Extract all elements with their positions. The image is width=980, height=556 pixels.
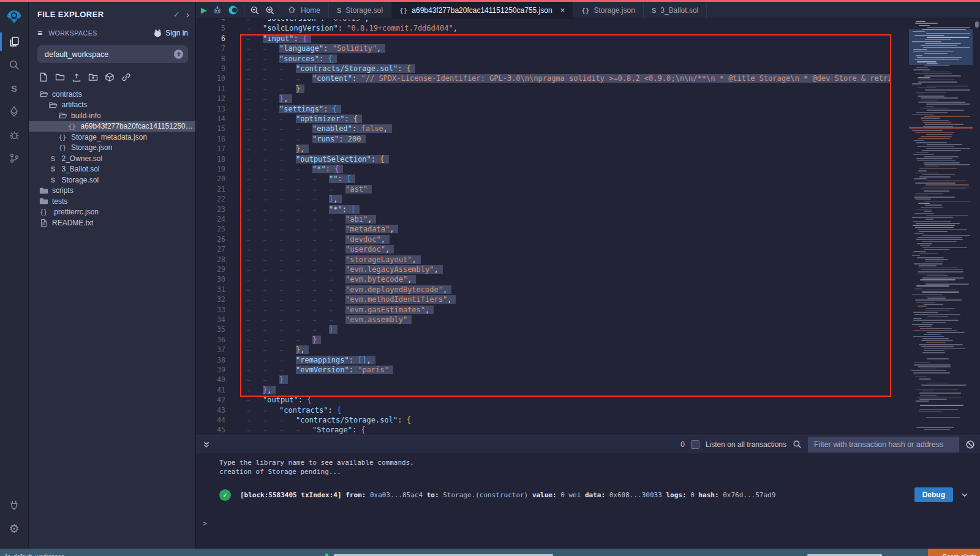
- ai-assistant-icon[interactable]: [213, 6, 222, 15]
- code-text: "evm.methodIdentifiers",: [345, 295, 456, 304]
- debugger-icon[interactable]: [0, 123, 29, 146]
- scam-alerts-button[interactable]: Scam alerts: [928, 549, 980, 556]
- tab-storage-json[interactable]: {}Storage.json: [573, 2, 644, 18]
- tree-item-label: build-info: [71, 111, 101, 120]
- editor-scrollbar-thumb[interactable]: [975, 21, 979, 28]
- folder-open-icon: [39, 89, 48, 99]
- code-line-42: 42→"output": {: [196, 395, 891, 405]
- terminal-toolbar: 0 Listen on all transactions: [196, 435, 980, 453]
- tree-item-a69b43f277ba20fcac141151250ca7-[interactable]: {}a69b43f277ba20fcac141151250ca7...: [29, 121, 195, 132]
- line-number: 7: [196, 43, 225, 53]
- tree-item-artifacts[interactable]: artifacts: [29, 100, 195, 111]
- check-icon: ✓: [173, 10, 180, 19]
- editor-toggle-icon[interactable]: [228, 5, 238, 15]
- git-branch-icon: [5, 554, 10, 556]
- sign-in-button[interactable]: Sign in: [153, 29, 188, 37]
- new-folder-icon[interactable]: [55, 72, 66, 83]
- status-dot-icon: [325, 554, 328, 556]
- tree-item-storage-metadata-json[interactable]: {}Storage_metadata.json: [29, 132, 195, 143]
- code-text: "userdoc",: [345, 245, 394, 254]
- listen-checkbox[interactable]: [691, 440, 699, 449]
- search-icon[interactable]: [793, 440, 802, 449]
- tree-item-3-ballot-sol[interactable]: S3_Ballot.sol: [29, 164, 195, 175]
- tab-3-ballot-sol[interactable]: S3_Ballot.sol: [644, 2, 707, 18]
- line-number: 13: [196, 104, 225, 114]
- line-number: 4: [196, 19, 225, 23]
- code-line-33: 33→→→→→→"evm.gasEstimates",: [196, 305, 891, 315]
- deploy-and-run-icon[interactable]: [0, 100, 29, 123]
- minimap[interactable]: [909, 19, 973, 435]
- tree-item-scripts[interactable]: scripts: [29, 186, 195, 197]
- terminal[interactable]: Type the library name to see available c…: [196, 453, 980, 549]
- code-text: "evm.bytecode",: [345, 275, 416, 284]
- code-line-45: 45→→→→"Storage": {: [196, 425, 891, 435]
- tx-filter-input[interactable]: [808, 437, 959, 453]
- close-icon[interactable]: ×: [560, 6, 565, 15]
- plugin-manager-icon[interactable]: [0, 494, 29, 517]
- tab-home[interactable]: Home: [279, 2, 329, 18]
- debug-button[interactable]: Debug: [914, 487, 953, 502]
- code-line-6: 6→"input": {: [196, 34, 891, 44]
- code-line-10: 10→→→→"content": "// SPDX-License-Identi…: [196, 73, 891, 84]
- folder-open-icon: [58, 111, 67, 120]
- tree-item-contracts[interactable]: contracts: [29, 89, 195, 100]
- remix-logo-icon[interactable]: [0, 2, 29, 30]
- code-line-43: 43→→"contracts": {: [196, 405, 891, 416]
- minimap-viewport[interactable]: [909, 29, 973, 65]
- zoom-out-icon[interactable]: [250, 6, 260, 15]
- tab-storage-sol[interactable]: SStorage.sol: [329, 2, 391, 18]
- line-number: 20: [196, 174, 225, 184]
- run-script-button[interactable]: ▶: [201, 6, 207, 15]
- search-icon[interactable]: [0, 53, 29, 77]
- workspace-select-toggle-icon: [174, 50, 183, 59]
- upload-folder-icon[interactable]: [88, 72, 99, 83]
- tree-item-build-info[interactable]: build-info: [29, 110, 195, 121]
- tab-a69b43f277ba20fcac141151250ca755-json[interactable]: {}a69b43f277ba20fcac141151250ca755.json×: [391, 2, 573, 18]
- tab-label: Home: [301, 6, 320, 15]
- ipfs-cube-icon[interactable]: [104, 72, 115, 83]
- code-text: "remappings": [],: [296, 356, 375, 364]
- statusbar-message-clipped: [334, 554, 553, 556]
- code-editor[interactable]: 4→"solcVersion": "0.8.19",5→"solcLongVer…: [196, 19, 980, 435]
- sol-icon: S: [48, 155, 58, 162]
- line-number: 10: [196, 73, 225, 83]
- tree-item-2-owner-sol[interactable]: S2_Owner.sol: [29, 153, 195, 164]
- code-text: "Storage": {: [312, 426, 366, 434]
- tree-item-tests[interactable]: tests: [29, 196, 195, 207]
- status-bar: default_workspace Scam alerts: [0, 549, 980, 556]
- settings-icon[interactable]: ⚙: [0, 517, 29, 540]
- code-text: "input": {: [263, 34, 311, 43]
- upload-file-icon[interactable]: [71, 72, 82, 83]
- workspace-select[interactable]: default_workspace: [37, 45, 188, 63]
- clear-block-icon[interactable]: [965, 440, 975, 449]
- line-number: 17: [196, 144, 225, 154]
- line-number: 42: [196, 395, 225, 405]
- hamburger-menu-icon[interactable]: ≡: [37, 28, 42, 38]
- zoom-in-icon[interactable]: [265, 6, 275, 15]
- terminal-collapse-icon[interactable]: [202, 440, 211, 449]
- top-accent-strip: [0, 0, 980, 2]
- tx-expand-chevron-icon[interactable]: [960, 490, 969, 499]
- tree-item-readme-txt[interactable]: README.txt: [29, 217, 195, 228]
- solidity-compiler-icon[interactable]: S: [0, 77, 29, 100]
- git-icon[interactable]: [0, 146, 29, 170]
- tree-item-storage-json[interactable]: {}Storage.json: [29, 143, 195, 154]
- tree-item-storage-sol[interactable]: SStorage.sol: [29, 175, 195, 186]
- new-file-icon[interactable]: [38, 72, 49, 83]
- tree-item-label: .prettierrc.json: [52, 208, 99, 216]
- line-number: 24: [196, 214, 225, 224]
- code-line-14: 14→→→"optimizer": {: [196, 114, 891, 124]
- tree-item--prettierrc-json[interactable]: {}.prettierrc.json: [29, 207, 195, 218]
- code-line-32: 32→→→→→→"evm.methodIdentifiers",: [196, 295, 891, 305]
- code-text: }: [279, 375, 288, 384]
- chevron-right-icon[interactable]: ›: [186, 9, 189, 20]
- line-number: 5: [196, 23, 225, 33]
- file-explorer-icon[interactable]: [0, 30, 29, 53]
- line-number: 29: [196, 265, 225, 274]
- line-number: 12: [196, 94, 225, 103]
- code-text: ],: [329, 195, 342, 203]
- code-line-12: 12→→},: [196, 94, 891, 104]
- link-icon[interactable]: [121, 72, 132, 83]
- tree-item-label: Storage.sol: [62, 176, 99, 184]
- code-text: }: [312, 336, 321, 344]
